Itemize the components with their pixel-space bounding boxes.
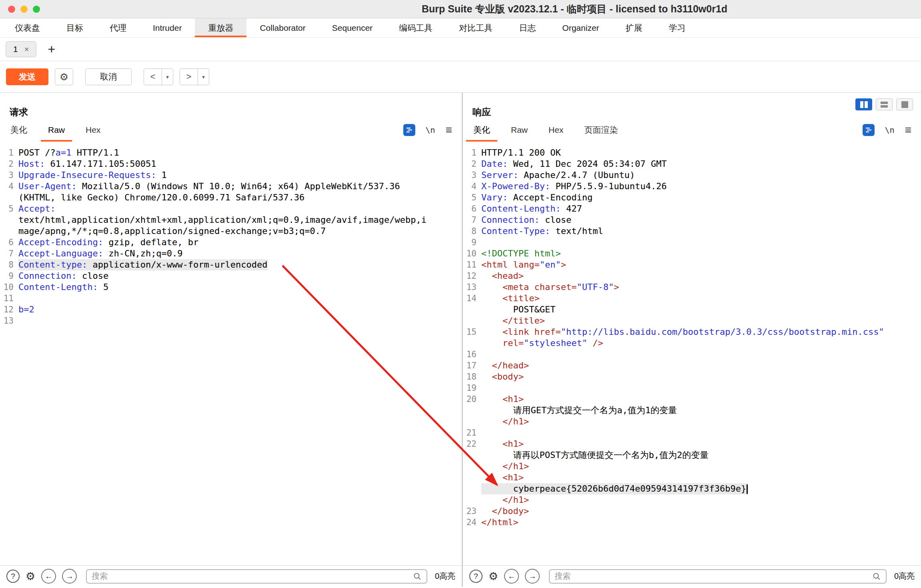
code-line[interactable]: 24</html> xyxy=(463,517,921,528)
code-line[interactable]: 请用GET方式提交一个名为a,值为1的变量 xyxy=(463,405,921,416)
code-line[interactable]: 15 <link href="http://libs.baidu.com/boo… xyxy=(463,326,921,338)
add-tab-button[interactable]: + xyxy=(48,43,55,56)
tab-response-raw[interactable]: Raw xyxy=(501,118,538,142)
code-line[interactable]: (KHTML, like Gecko) Chrome/120.0.6099.71… xyxy=(0,192,462,203)
code-line[interactable]: POST&GET xyxy=(463,304,921,315)
main-tab-sequencer[interactable]: Sequencer xyxy=(319,18,386,37)
code-line[interactable]: 8Content-type: application/x-www-form-ur… xyxy=(0,259,462,270)
code-line[interactable]: 2Date: Wed, 11 Dec 2024 05:34:07 GMT xyxy=(463,158,921,170)
next-match-button[interactable]: → xyxy=(525,569,540,584)
code-line[interactable]: 8Content-Type: text/html xyxy=(463,226,921,237)
code-line[interactable]: 9 xyxy=(463,237,921,248)
main-tab-collaborator[interactable]: Collaborator xyxy=(246,18,318,37)
session-tab-1[interactable]: 1 × xyxy=(6,41,36,57)
search-settings-gear-icon[interactable]: ⚙ xyxy=(26,570,35,583)
main-tab-comparer[interactable]: 对比工具 xyxy=(446,18,506,37)
main-tab-extensions[interactable]: 扩展 xyxy=(613,18,656,37)
send-button[interactable]: 发送 xyxy=(6,68,48,85)
request-editor[interactable]: 1POST /?a=1 HTTP/1.12Host: 61.147.171.10… xyxy=(0,142,462,565)
previous-match-button[interactable]: ← xyxy=(41,569,56,584)
code-line[interactable]: 2Host: 61.147.171.105:50051 xyxy=(0,158,462,170)
main-tab-intruder[interactable]: Intruder xyxy=(140,18,195,37)
response-search-box[interactable] xyxy=(549,569,887,584)
code-line[interactable]: cyberpeace{52026b6d0d74e09594314197f3f36… xyxy=(463,483,921,494)
code-line[interactable]: 18 <body> xyxy=(463,371,921,382)
help-icon[interactable]: ? xyxy=(6,570,20,583)
rows-view-button[interactable] xyxy=(876,98,893,110)
code-line[interactable]: 13 <meta charset="UTF-8"> xyxy=(463,282,921,293)
code-line[interactable]: 17 </head> xyxy=(463,360,921,371)
prettify-toggle-icon[interactable] xyxy=(403,124,415,136)
code-line[interactable]: 6Content-Length: 427 xyxy=(463,203,921,214)
show-newlines-icon[interactable]: \n xyxy=(426,125,435,135)
show-newlines-icon[interactable]: \n xyxy=(885,125,895,135)
code-line[interactable]: <h1> xyxy=(463,472,921,483)
forward-dropdown-icon[interactable]: ▾ xyxy=(198,69,209,85)
code-line[interactable]: mage/apng,*/*;q=0.8,application/signed-e… xyxy=(0,226,462,237)
history-back-button[interactable]: < ▾ xyxy=(144,68,173,85)
request-search-box[interactable] xyxy=(86,569,427,584)
tab-response-hex[interactable]: Hex xyxy=(538,118,574,142)
code-line[interactable]: 3Server: Apache/2.4.7 (Ubuntu) xyxy=(463,170,921,181)
code-line[interactable]: text/html,application/xhtml+xml,applicat… xyxy=(0,214,462,226)
close-tab-icon[interactable]: × xyxy=(24,45,29,54)
code-line[interactable]: 5Vary: Accept-Encoding xyxy=(463,192,921,203)
back-dropdown-icon[interactable]: ▾ xyxy=(162,69,173,85)
minimize-window-icon[interactable] xyxy=(20,6,28,13)
main-tab-organizer[interactable]: Organizer xyxy=(549,18,612,37)
code-line[interactable]: 12b=2 xyxy=(0,304,462,315)
code-line[interactable]: 10Content-Length: 5 xyxy=(0,282,462,293)
response-search-input[interactable] xyxy=(555,572,872,581)
code-line[interactable]: 4X-Powered-By: PHP/5.5.9-1ubuntu4.26 xyxy=(463,181,921,192)
code-line[interactable]: 14 <title> xyxy=(463,293,921,304)
code-line[interactable]: </h1> xyxy=(463,461,921,472)
main-tab-logger[interactable]: 日志 xyxy=(506,18,549,37)
prettify-toggle-icon[interactable] xyxy=(863,124,875,136)
editor-menu-icon[interactable]: ≡ xyxy=(905,124,911,136)
code-line[interactable]: 13 xyxy=(0,315,462,326)
code-line[interactable]: 1POST /?a=1 HTTP/1.1 xyxy=(0,147,462,158)
code-line[interactable]: 11 xyxy=(0,293,462,304)
request-search-input[interactable] xyxy=(92,572,413,581)
tab-request-hex[interactable]: Hex xyxy=(75,118,111,142)
code-line[interactable]: </h1> xyxy=(463,416,921,427)
tab-response-render[interactable]: 页面渲染 xyxy=(574,118,628,142)
code-line[interactable]: 11<html lang="en"> xyxy=(463,259,921,270)
code-line[interactable]: 9Connection: close xyxy=(0,270,462,282)
code-line[interactable]: 22 <h1> xyxy=(463,438,921,450)
main-tab-learn[interactable]: 学习 xyxy=(656,18,699,37)
next-match-button[interactable]: → xyxy=(62,569,77,584)
maximize-window-icon[interactable] xyxy=(33,6,40,13)
code-line[interactable]: 3Upgrade-Insecure-Requests: 1 xyxy=(0,170,462,181)
single-view-button[interactable] xyxy=(896,98,913,110)
main-tab-decoder[interactable]: 编码工具 xyxy=(386,18,446,37)
code-line[interactable]: 7Accept-Language: zh-CN,zh;q=0.9 xyxy=(0,248,462,259)
code-line[interactable]: 21 xyxy=(463,427,921,438)
code-line[interactable]: </title> xyxy=(463,315,921,326)
code-line[interactable]: 16 xyxy=(463,349,921,360)
editor-menu-icon[interactable]: ≡ xyxy=(446,124,452,136)
code-line[interactable]: 5Accept: xyxy=(0,203,462,214)
columns-view-button[interactable] xyxy=(855,98,872,110)
code-line[interactable]: 请再以POST方式随便提交一个名为b,值为2的变量 xyxy=(463,450,921,461)
code-line[interactable]: 12 <head> xyxy=(463,270,921,282)
cancel-button[interactable]: 取消 xyxy=(85,68,132,85)
request-settings-button[interactable]: ⚙ xyxy=(55,68,73,85)
code-line[interactable]: 23 </body> xyxy=(463,506,921,517)
help-icon[interactable]: ? xyxy=(469,570,483,583)
code-line[interactable]: 20 <h1> xyxy=(463,394,921,405)
code-line[interactable]: 1HTTP/1.1 200 OK xyxy=(463,147,921,158)
code-line[interactable]: rel="stylesheet" /> xyxy=(463,338,921,349)
code-line[interactable]: 19 xyxy=(463,382,921,394)
tab-request-raw[interactable]: Raw xyxy=(38,118,75,142)
code-line[interactable]: 10<!DOCTYPE html> xyxy=(463,248,921,259)
code-line[interactable]: 6Accept-Encoding: gzip, deflate, br xyxy=(0,237,462,248)
main-tab-proxy[interactable]: 代理 xyxy=(96,18,140,37)
tab-response-pretty[interactable]: 美化 xyxy=(463,118,501,142)
code-line[interactable]: 7Connection: close xyxy=(463,214,921,226)
history-forward-button[interactable]: > ▾ xyxy=(180,68,209,85)
response-editor[interactable]: 1HTTP/1.1 200 OK2Date: Wed, 11 Dec 2024 … xyxy=(463,142,921,565)
previous-match-button[interactable]: ← xyxy=(504,569,519,584)
close-window-icon[interactable] xyxy=(8,6,15,13)
tab-request-pretty[interactable]: 美化 xyxy=(0,118,38,142)
